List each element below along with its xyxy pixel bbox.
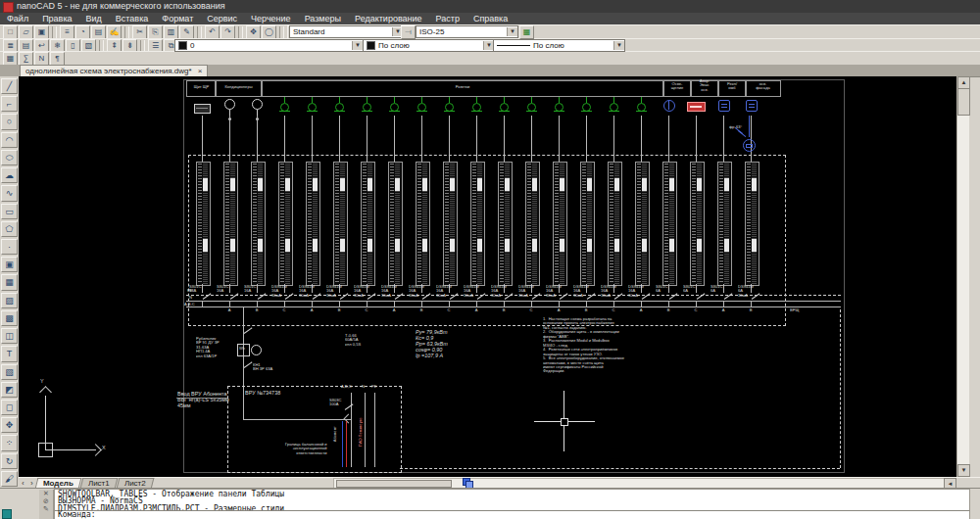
menu-Файл[interactable]: Файл — [0, 13, 35, 24]
menu-Растр[interactable]: Растр — [429, 13, 466, 24]
socket-pin — [312, 97, 313, 103]
layer-combo[interactable]: 0▼ — [174, 39, 364, 52]
drawing-line — [334, 111, 345, 112]
drawing-line — [668, 101, 669, 110]
lamp-symbol — [663, 100, 675, 112]
copy-icon[interactable]: ⎘ — [148, 25, 163, 39]
table-style-icon[interactable]: ▦ — [519, 25, 534, 39]
menu-Справка[interactable]: Справка — [466, 13, 514, 24]
tool-line-icon[interactable]: ╱ — [1, 78, 18, 94]
chevron-down-icon[interactable]: ▼ — [613, 41, 624, 50]
drawing-line — [641, 116, 642, 162]
tool-circle-icon[interactable]: ○ — [1, 114, 18, 129]
socket-pin — [339, 97, 340, 103]
horizontal-scroll-thumb[interactable] — [336, 480, 452, 488]
tool-move-icon[interactable]: ✥ — [1, 417, 18, 433]
cut-icon[interactable]: ✂ — [132, 25, 147, 39]
tool-rotate-icon[interactable]: ↻ — [1, 453, 18, 469]
linetype-combo[interactable]: По слою▼ — [493, 39, 625, 52]
drawing-line — [342, 421, 343, 467]
script-icon[interactable]: ✍ — [107, 25, 122, 39]
header-cell: Авар. Эвак. осв. — [690, 80, 719, 97]
tool-hatch-icon[interactable]: ▧ — [1, 364, 18, 380]
tool-polygon-icon[interactable]: ⬠ — [1, 221, 18, 237]
zoom-realtime-icon[interactable]: ◯ — [262, 25, 276, 39]
dim-style-icon[interactable]: ⟞ — [401, 25, 416, 39]
dim-style-combo[interactable]: ISO-25▼ — [416, 25, 518, 38]
clip-icon[interactable]: ⊘ — [43, 497, 49, 505]
drawing-line — [444, 111, 455, 112]
window-layers-icon[interactable] — [463, 478, 472, 487]
tool-gradient-icon[interactable]: ◩ — [1, 382, 18, 398]
breaker-label: DS941M 16А 30мА — [601, 285, 616, 298]
boundary-dashed-v — [840, 309, 841, 468]
strip-block — [422, 178, 427, 191]
breaker-label: S801C 16А — [217, 285, 228, 294]
save-icon[interactable]: ▣ — [34, 25, 49, 39]
edit-icon[interactable]: ✎ — [43, 505, 49, 513]
light-fixture-symbol — [746, 100, 758, 112]
tool-spline-icon[interactable]: ∿ — [1, 185, 18, 201]
menu-Черчение[interactable]: Черчение — [244, 13, 298, 24]
tool-rectangle-icon[interactable]: ▭ — [1, 204, 18, 219]
close-icon[interactable]: ✕ — [43, 490, 49, 497]
socket-pin — [504, 97, 505, 103]
module-strip — [388, 162, 403, 286]
menu-Сервис[interactable]: Сервис — [200, 13, 244, 24]
breaker-label: DS941M 16А 30мА — [464, 285, 479, 298]
vertical-scroll-thumb[interactable] — [957, 88, 970, 116]
redo-icon[interactable]: ↷ — [220, 25, 235, 39]
menu-Вид[interactable]: Вид — [79, 13, 109, 24]
tool-text-icon[interactable]: T — [1, 346, 18, 361]
tool-boundary-icon[interactable]: ◻ — [1, 400, 18, 415]
command-input[interactable]: Команда: — [54, 510, 970, 519]
undo-icon[interactable]: ↶ — [205, 25, 220, 39]
new-icon[interactable]: □ — [3, 25, 18, 39]
strip-ticks — [280, 164, 284, 284]
menu-Формат[interactable]: Формат — [155, 13, 200, 24]
format-icon[interactable]: ¶ — [50, 52, 65, 66]
tool-table-icon[interactable]: ◫ — [1, 328, 18, 344]
tool-array-icon[interactable]: ⁘ — [1, 435, 18, 450]
drawing-line — [696, 116, 697, 162]
menu-Вставка[interactable]: Вставка — [109, 13, 155, 24]
tool-ellipse-icon[interactable]: ⬭ — [1, 150, 18, 165]
tool-block-icon[interactable]: ▣ — [1, 257, 18, 272]
tool-raster-icon[interactable]: ▨ — [1, 293, 18, 308]
tab-prev-icon[interactable]: ‹ — [19, 480, 27, 487]
sheet-icon[interactable]: ▤ — [91, 25, 106, 39]
tool-paint-icon[interactable]: 🖌 — [1, 471, 18, 487]
drawing-canvas[interactable]: Щит ЩРКондиционерыРозеткиОсве- щениеАвар… — [19, 76, 956, 477]
tool-polyline-icon[interactable]: ⌐ — [1, 96, 18, 112]
drawing-line — [636, 111, 647, 112]
module-strip — [498, 162, 513, 286]
preview-icon[interactable]: ◔ — [75, 25, 90, 39]
tool-image-icon[interactable]: ▦ — [1, 274, 18, 290]
norma-icon[interactable]: N — [34, 52, 49, 66]
socket-pin — [531, 97, 532, 103]
print-icon[interactable]: ≡ — [60, 25, 74, 39]
open-icon[interactable]: ▱ — [19, 25, 33, 39]
color-combo[interactable]: По слою▼ — [363, 39, 495, 52]
toolbar-separator — [99, 40, 104, 52]
chevron-down-icon[interactable]: ▼ — [507, 27, 517, 36]
strip-block — [642, 178, 647, 191]
scroll-down-icon[interactable]: ▼ — [957, 464, 970, 477]
tool-region-icon[interactable]: ▩ — [1, 310, 18, 326]
tool-cloud-icon[interactable]: ☁ — [1, 167, 18, 183]
tool-arc-icon[interactable]: ◠ — [1, 132, 18, 148]
vertical-scrollbar[interactable]: ▲ ▼ — [956, 76, 969, 477]
menu-Редактирование[interactable]: Редактирование — [348, 13, 429, 24]
table-icon[interactable]: ▦ — [3, 52, 18, 66]
chevron-down-icon[interactable]: ▼ — [352, 41, 363, 50]
text-style-combo[interactable]: Standard▼ — [289, 25, 404, 38]
window-title: nanoCAD 5 - не для коммерческого использ… — [17, 0, 225, 13]
paste-icon[interactable]: ▥ — [164, 25, 178, 39]
tool-point-icon[interactable]: · — [1, 239, 18, 255]
menu-Правка[interactable]: Правка — [35, 13, 78, 24]
recalc-icon[interactable]: ∑ — [19, 52, 33, 66]
pan-icon[interactable]: ✥ — [246, 25, 261, 39]
socket-pin — [476, 97, 477, 103]
menu-Размеры[interactable]: Размеры — [298, 13, 348, 24]
matchprops-icon[interactable]: ✎ — [179, 25, 194, 39]
